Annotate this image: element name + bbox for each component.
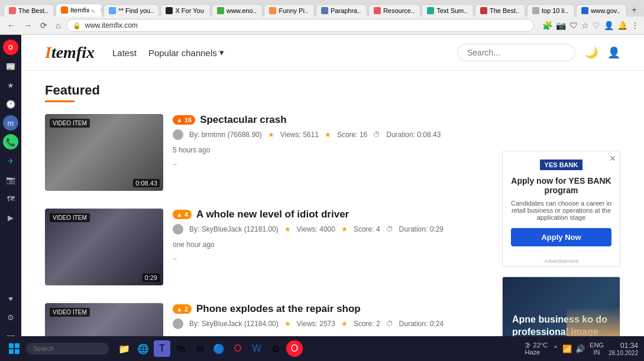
tab-close[interactable]: ✕ [573, 7, 575, 14]
forward-button[interactable]: → [21, 19, 34, 31]
address-bar[interactable]: 🔒 www.itemfix.com [66, 19, 534, 32]
tab-close[interactable]: ✕ [313, 7, 315, 14]
tab-close[interactable]: ✕ [365, 7, 367, 14]
tab-resource[interactable]: Resource.. ✕ [368, 4, 421, 17]
sidebar-star-icon[interactable]: ★ [3, 77, 18, 93]
ad-body: Candidates can choose a career in retail… [511, 200, 611, 221]
opera-icon[interactable]: O [3, 40, 18, 55]
dark-mode-button[interactable]: 🌙 [585, 46, 598, 59]
score-value-crash: 16 [185, 116, 192, 123]
video-title-driver[interactable]: A whole new level of idiot driver [196, 209, 349, 220]
menu-icon[interactable]: ⋮ [631, 21, 639, 30]
site-logo[interactable]: Itemfix [45, 43, 95, 62]
tab-close[interactable]: ✕ [53, 7, 54, 14]
tab-close[interactable]: ✕ [625, 7, 627, 14]
views-driver: Views: 4000 [297, 225, 335, 233]
tab-close[interactable]: ✕ [209, 7, 211, 14]
views-crash: Views: 5611 [280, 131, 319, 139]
sidebar-instagram-icon[interactable]: 📷 [3, 172, 18, 187]
login-button[interactable]: 👤 [607, 46, 620, 59]
header-right: 🌙 👤 [457, 44, 620, 61]
tab-close[interactable]: ✕ [261, 7, 263, 14]
featured-section: Featured VIDEO ITEM 0:08.43 ▲ 16 [21, 71, 483, 349]
taskbar-app-store[interactable]: 🛍 [173, 340, 189, 349]
sidebar-messenger-icon[interactable]: m [3, 115, 18, 131]
star2-icon-phone: ★ [341, 320, 348, 328]
sidebar-phone-icon[interactable]: 📞 [3, 134, 18, 149]
url-text: www.itemfix.com [85, 21, 137, 30]
shield-icon[interactable]: 🛡 [569, 21, 578, 30]
search-input[interactable] [457, 44, 575, 61]
taskbar-app-mail[interactable]: ✉ [192, 340, 208, 349]
account-icon[interactable]: 👤 [604, 21, 614, 30]
sidebar-arrow-icon[interactable]: ▶ [3, 210, 18, 225]
sidebar-news-icon[interactable]: 📰 [3, 58, 18, 74]
tab-close[interactable]: ✕ [100, 7, 102, 14]
nav-channels[interactable]: Popular channels ▾ [148, 47, 224, 58]
sidebar-telegram-icon[interactable]: ✈ [3, 153, 18, 168]
taskbar-app-chrome[interactable]: 🔵 [211, 340, 227, 349]
star2-icon-driver: ★ [341, 225, 348, 233]
tab-top10[interactable]: top 10 li.. ✕ [527, 4, 575, 17]
lock-icon: 🔒 [73, 22, 81, 30]
taskbar-app-opera[interactable]: O [229, 340, 246, 349]
nav-latest[interactable]: Latest [112, 48, 137, 58]
sidebar-map-icon[interactable]: 🗺 [3, 191, 18, 206]
tab-close[interactable]: ✕ [419, 7, 420, 14]
tab-close[interactable]: ✕ [158, 7, 159, 14]
sidebar-history-icon[interactable]: 🕐 [3, 96, 18, 112]
taskbar-app-explorer[interactable]: 📁 [116, 340, 132, 349]
tab-gov[interactable]: www.gov.. ✕ [576, 4, 626, 17]
tab-thebest1[interactable]: The Best.. ✕ [4, 4, 54, 17]
taskbar-app-opera2[interactable]: O [286, 340, 303, 349]
tab-itemfix[interactable]: Itemfix -. ✕ [56, 4, 102, 17]
taskbar-app-word[interactable]: W [248, 340, 265, 349]
tab-bar: The Best.. ✕ Itemfix -. ✕ ** Find you.. … [0, 0, 644, 17]
tab-www[interactable]: www.eno.. ✕ [212, 4, 263, 17]
tab-label: ** Find you.. [118, 7, 154, 14]
video-desc-crash: .. [173, 158, 459, 167]
taskbar-app-settings[interactable]: ⚙ [267, 340, 284, 349]
tab-para[interactable]: Paraphra.. ✕ [316, 4, 367, 17]
start-button[interactable] [6, 340, 22, 349]
camera-icon[interactable]: 📷 [556, 21, 566, 30]
ad-cta-button[interactable]: Apply Now [511, 228, 611, 246]
video-title-crash[interactable]: Spectacular crash [200, 114, 286, 126]
taskbar-app-teams[interactable]: T [154, 340, 170, 349]
extensions-icon[interactable]: 🧩 [542, 21, 552, 30]
heart-icon[interactable]: ♡ [593, 21, 600, 30]
notifications-icon[interactable]: 🔔 [617, 21, 627, 30]
wifi-icon[interactable]: 📶 [562, 344, 572, 349]
tab-label: www.eno.. [226, 7, 257, 14]
thumbnail-driver[interactable]: VIDEO ITEM 0:29 [45, 209, 163, 285]
star-icon-phone: ★ [284, 320, 291, 328]
tab-textsum[interactable]: Text Sum.. ✕ [422, 4, 474, 17]
tab-favicon [9, 7, 16, 14]
tab-findyour[interactable]: ** Find you.. ✕ [103, 4, 159, 17]
back-button[interactable]: ← [5, 19, 18, 31]
logo-rest: temfix [51, 43, 95, 61]
sidebar-settings-icon[interactable]: ⚙ [3, 310, 18, 325]
refresh-button[interactable]: ⟳ [38, 19, 50, 31]
thumbnail-crash[interactable]: VIDEO ITEM 0:08.43 [45, 114, 163, 191]
tab-close[interactable]: ✕ [472, 7, 474, 14]
chevron-icon[interactable]: ⌃ [552, 344, 559, 349]
tab-x[interactable]: X For You ✕ [160, 4, 210, 17]
duration-driver: Duration: 0:29 [399, 225, 444, 233]
nav-links: Latest Popular channels ▾ [112, 47, 224, 58]
tab-funny[interactable]: Funny Pi.. ✕ [264, 4, 314, 17]
tab-label: X For You [175, 7, 203, 14]
taskbar-search-input[interactable] [26, 343, 109, 349]
video-title-phone[interactable]: Phone explodes at the repair shop [196, 303, 361, 315]
tab-close[interactable]: ✕ [524, 7, 526, 14]
tab-thebest2[interactable]: The Best.. ✕ [475, 4, 526, 17]
taskbar-app-edge[interactable]: 🌐 [135, 340, 151, 349]
tab-label: Itemfix -. [70, 6, 95, 14]
bookmark-icon[interactable]: ☆ [581, 21, 589, 30]
new-tab-btn[interactable]: + [628, 5, 640, 15]
video-meta-driver: By: SkyBlueJack (12181.00) ★ Views: 4000… [173, 224, 459, 249]
speaker-icon[interactable]: 🔊 [575, 344, 585, 349]
home-button[interactable]: ⌂ [53, 19, 63, 31]
ad-close-btn[interactable]: ✕ [609, 154, 616, 163]
sidebar-heart-icon[interactable]: ♥ [3, 291, 18, 306]
